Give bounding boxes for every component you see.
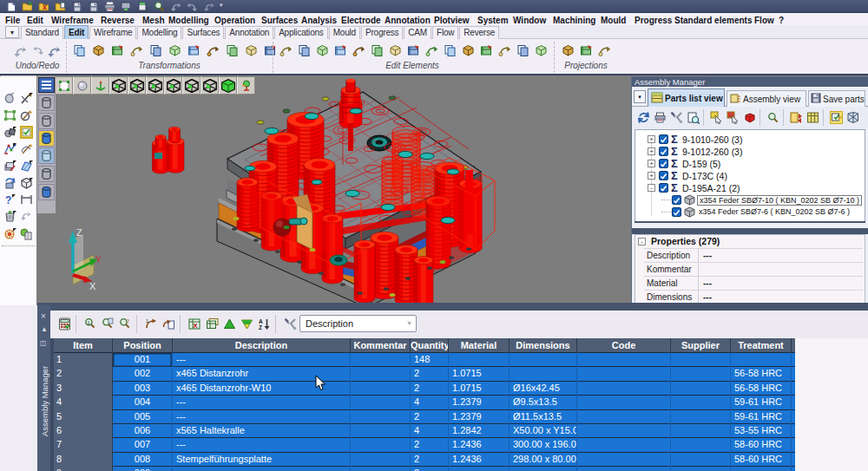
svg-text:Y: Y: [95, 255, 102, 265]
svg-text:A: A: [259, 318, 263, 324]
svg-text:?: ?: [5, 194, 11, 206]
svg-text:X: X: [89, 281, 96, 291]
svg-text:x: x: [43, 3, 47, 11]
svg-text:1: 1: [87, 320, 89, 325]
svg-text:?: ?: [126, 318, 129, 324]
svg-text:Z: Z: [259, 324, 262, 330]
svg-text:X: X: [193, 322, 198, 330]
svg-text:Z: Z: [76, 227, 82, 238]
